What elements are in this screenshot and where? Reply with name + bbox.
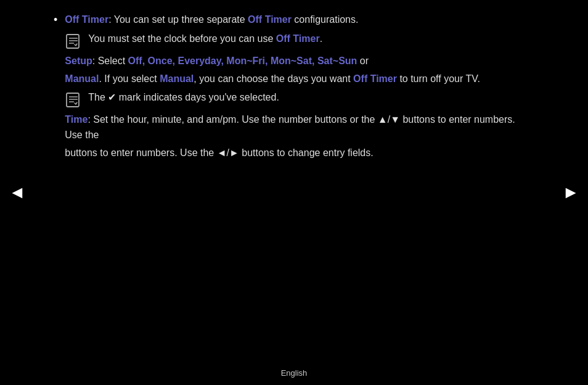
setup-text: : Select <box>92 56 128 66</box>
time-arrows1: ▲/▼ <box>378 114 400 125</box>
setup-label: Setup <box>65 56 92 66</box>
time-arrows2: ◄/► <box>217 147 239 158</box>
bullet-item-off-timer: • Off Timer: You can set up three separa… <box>54 12 534 164</box>
note-icon-2 <box>65 91 82 109</box>
time-line: Time: Set the hour, minute, and am/pm. U… <box>65 112 534 143</box>
content-block: Off Timer: You can set up three separate… <box>65 12 534 164</box>
bullet-dot: • <box>54 14 57 27</box>
intro-post-text: configurations. <box>292 14 359 25</box>
nav-left-arrow[interactable]: ◄ <box>9 183 26 202</box>
main-content: • Off Timer: You can set up three separa… <box>17 0 571 182</box>
manual-end: to turn off your TV. <box>397 73 480 84</box>
setup-line: Setup: Select Off, Once, Everyday, Mon~F… <box>65 54 534 69</box>
setup-or: or <box>357 56 369 66</box>
note2-text: The ✔ mark indicates days you've selecte… <box>88 90 279 106</box>
time-text3: buttons to change entry fields. <box>239 147 374 158</box>
offtimer-intro-line: Off Timer: You can set up three separate… <box>65 12 534 28</box>
footer-text: English <box>281 368 308 378</box>
intro-pre-text: : You can set up three separate <box>108 14 248 25</box>
note-checkmark: The ✔ mark indicates days you've selecte… <box>65 90 534 109</box>
time-buttons-text: buttons to enter numbers. Use the <box>65 147 216 158</box>
manual-label: Manual <box>65 73 99 84</box>
time-label: Time <box>65 114 88 125</box>
svg-rect-0 <box>67 35 79 48</box>
manual-line: Manual. If you select Manual, you can ch… <box>65 72 534 87</box>
time-line2: buttons to enter numbers. Use the ◄/► bu… <box>65 146 534 161</box>
note2-pre: The <box>88 92 108 102</box>
off-timer-label-inline: Off Timer <box>248 14 292 25</box>
footer: English <box>0 368 588 378</box>
svg-rect-4 <box>67 93 79 107</box>
manual-offtimer: Off Timer <box>353 73 397 84</box>
nav-right-arrow[interactable]: ► <box>562 183 579 202</box>
note1-text: You must set the clock before you can us… <box>88 31 322 47</box>
note2-check: ✔ <box>108 92 116 102</box>
manual-text2: , you can choose the days you want <box>194 73 353 84</box>
note1-pre: You must set the clock before you can us… <box>88 33 276 44</box>
manual-label2: Manual <box>160 73 194 84</box>
time-text1: : Set the hour, minute, and am/pm. Use t… <box>88 114 377 125</box>
note2-post: mark indicates days you've selected. <box>116 92 279 102</box>
setup-options: Off, Once, Everyday, Mon~Fri, Mon~Sat, S… <box>128 56 357 66</box>
note1-link: Off Timer <box>276 33 320 44</box>
note1-end: . <box>320 33 322 44</box>
note-icon-1 <box>65 33 82 50</box>
off-timer-label: Off Timer <box>65 14 108 25</box>
manual-text: . If you select <box>99 73 160 84</box>
note-clock-warning: You must set the clock before you can us… <box>65 31 534 50</box>
